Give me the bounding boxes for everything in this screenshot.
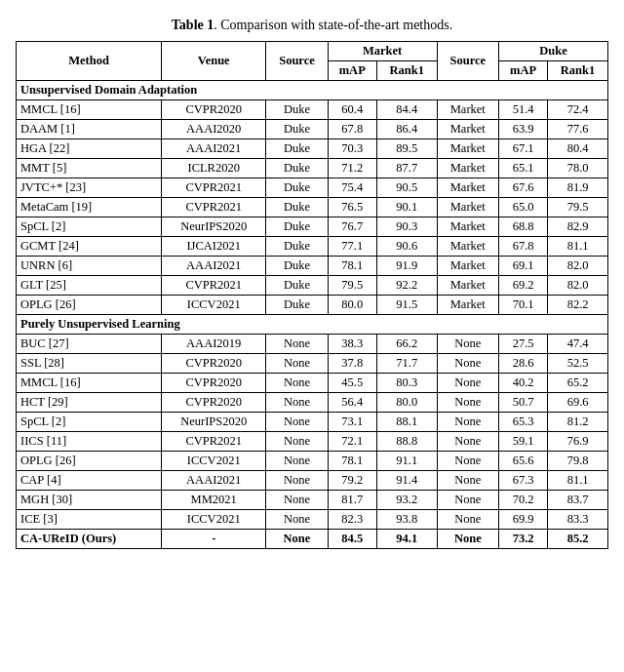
- table-cell: MMCL [16]: [17, 99, 162, 119]
- table-cell: Market: [437, 197, 498, 217]
- table-cell: MetaCam [19]: [17, 197, 162, 217]
- table-cell: 81.1: [548, 470, 608, 490]
- table-cell: None: [266, 412, 328, 431]
- table-cell: None: [437, 334, 498, 353]
- table-cell: MM2021: [162, 490, 266, 509]
- table-cell: Market: [437, 236, 498, 256]
- header-row-1: Method Venue Source Market Source Duke: [17, 41, 608, 60]
- table-cell: 93.2: [376, 490, 437, 509]
- table-cell: 67.3: [498, 470, 547, 490]
- table-cell: 28.6: [498, 353, 547, 373]
- table-cell: 60.4: [328, 99, 376, 119]
- table-cell: 91.4: [376, 470, 437, 490]
- table-cell: None: [437, 392, 498, 412]
- table-cell: 81.2: [548, 412, 608, 431]
- last-row: CA-UReID (Ours)-None84.594.1None73.285.2: [17, 529, 608, 548]
- table-cell: 90.6: [376, 236, 437, 256]
- table-cell: MGH [30]: [17, 490, 162, 509]
- table-cell: None: [437, 412, 498, 431]
- table-cell: ICLR2020: [162, 158, 266, 178]
- table-cell: 63.9: [498, 119, 547, 138]
- table-cell: 52.5: [548, 353, 608, 373]
- table-cell: NeurIPS2020: [162, 412, 266, 431]
- table-cell: 77.6: [548, 119, 608, 138]
- table-cell: 90.5: [376, 178, 437, 197]
- table-cell: GCMT [24]: [17, 236, 162, 256]
- main-container: Table 1. Comparison with state-of-the-ar…: [16, 16, 608, 549]
- table-row: SSL [28]CVPR2020None37.871.7None28.652.5: [17, 353, 608, 373]
- comparison-table: Method Venue Source Market Source Duke m…: [16, 41, 608, 549]
- table-row: MetaCam [19]CVPR2021Duke76.590.1Market65…: [17, 197, 608, 217]
- col-duke-map: mAP: [498, 60, 547, 80]
- table-cell: 78.0: [548, 158, 608, 178]
- table-cell: Market: [437, 256, 498, 275]
- table-cell: None: [437, 353, 498, 373]
- table-cell: BUC [27]: [17, 334, 162, 353]
- table-cell: 88.1: [376, 412, 437, 431]
- table-cell: 68.8: [498, 217, 547, 236]
- table-row: SpCL [2]NeurIPS2020Duke76.790.3Market68.…: [17, 217, 608, 236]
- table-cell: 82.0: [548, 275, 608, 295]
- last-row-cell: 85.2: [548, 529, 608, 548]
- table-cell: NeurIPS2020: [162, 217, 266, 236]
- table-row: OPLG [26]ICCV2021Duke80.091.5Market70.18…: [17, 295, 608, 314]
- table-cell: None: [266, 392, 328, 412]
- table-cell: ICE [3]: [17, 509, 162, 529]
- table-cell: HGA [22]: [17, 138, 162, 158]
- table-cell: 70.1: [498, 295, 547, 314]
- table-cell: UNRN [6]: [17, 256, 162, 275]
- table-cell: 38.3: [328, 334, 376, 353]
- table-cell: Duke: [266, 275, 328, 295]
- table-cell: 78.1: [328, 256, 376, 275]
- table-cell: 56.4: [328, 392, 376, 412]
- table-cell: 80.0: [328, 295, 376, 314]
- table-cell: 72.1: [328, 431, 376, 451]
- table-cell: None: [437, 509, 498, 529]
- col-duke-rank1: Rank1: [548, 60, 608, 80]
- table-cell: Duke: [266, 217, 328, 236]
- table-cell: 70.2: [498, 490, 547, 509]
- table-row: MMCL [16]CVPR2020None45.580.3None40.265.…: [17, 373, 608, 392]
- last-row-cell: 73.2: [498, 529, 547, 548]
- table-cell: Duke: [266, 197, 328, 217]
- last-row-cell: 84.5: [328, 529, 376, 548]
- section-header: Unsupervised Domain Adaptation: [17, 80, 608, 99]
- table-cell: 82.0: [548, 256, 608, 275]
- table-cell: None: [266, 431, 328, 451]
- table-cell: AAAI2020: [162, 119, 266, 138]
- last-row-cell: -: [162, 529, 266, 548]
- table-cell: AAAI2021: [162, 470, 266, 490]
- table-row: CAP [4]AAAI2021None79.291.4None67.381.1: [17, 470, 608, 490]
- table-cell: 82.3: [328, 509, 376, 529]
- table-cell: 81.7: [328, 490, 376, 509]
- table-cell: None: [437, 431, 498, 451]
- table-cell: IJCAI2021: [162, 236, 266, 256]
- col-duke: Duke: [498, 41, 607, 60]
- table-cell: 72.4: [548, 99, 608, 119]
- table-cell: None: [437, 373, 498, 392]
- table-cell: ICCV2021: [162, 295, 266, 314]
- table-cell: Duke: [266, 138, 328, 158]
- table-cell: None: [266, 509, 328, 529]
- table-cell: CVPR2021: [162, 197, 266, 217]
- table-cell: 65.2: [548, 373, 608, 392]
- table-cell: Duke: [266, 178, 328, 197]
- table-cell: Duke: [266, 256, 328, 275]
- table-row: MMCL [16]CVPR2020Duke60.484.4Market51.47…: [17, 99, 608, 119]
- table-cell: 65.0: [498, 197, 547, 217]
- table-cell: ICCV2021: [162, 451, 266, 470]
- table-cell: SpCL [2]: [17, 217, 162, 236]
- table-cell: CVPR2021: [162, 178, 266, 197]
- table-cell: 81.1: [548, 236, 608, 256]
- table-cell: 69.2: [498, 275, 547, 295]
- table-cell: SpCL [2]: [17, 412, 162, 431]
- col-venue: Venue: [162, 41, 266, 80]
- table-cell: 91.5: [376, 295, 437, 314]
- table-cell: 47.4: [548, 334, 608, 353]
- table-cell: 75.4: [328, 178, 376, 197]
- table-cell: 79.8: [548, 451, 608, 470]
- table-row: MMT [5]ICLR2020Duke71.287.7Market65.178.…: [17, 158, 608, 178]
- table-cell: 92.2: [376, 275, 437, 295]
- table-cell: 40.2: [498, 373, 547, 392]
- table-caption: . Comparison with state-of-the-art metho…: [214, 18, 452, 32]
